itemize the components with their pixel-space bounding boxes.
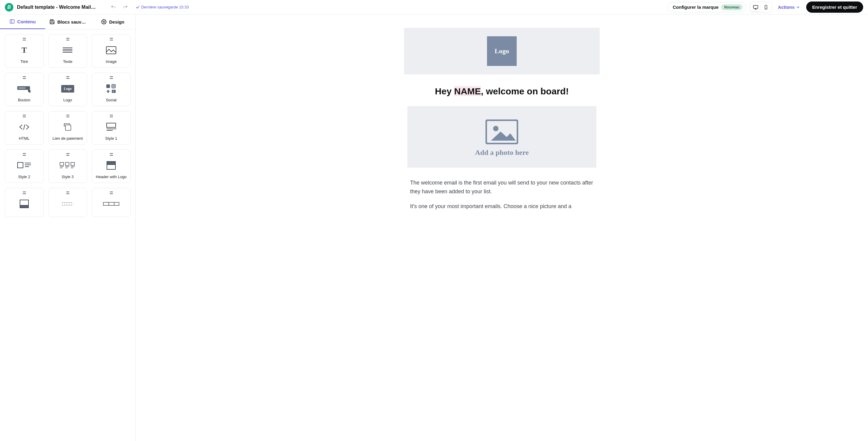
code-icon (19, 124, 29, 130)
logo-icon: Logo (61, 85, 74, 93)
block-social[interactable]: •••••••• Social (92, 73, 130, 106)
tab-design-label: Design (109, 20, 124, 25)
block-logo[interactable]: •••••••• Logo Logo (49, 73, 87, 106)
grip-icon: •••••••• (66, 153, 69, 157)
actions-label: Actions (778, 4, 795, 10)
save-exit-button[interactable]: Enregistrer et quitter (806, 1, 863, 13)
block-label: Social (106, 98, 116, 102)
sidebar-tabs: Contenu Blocs sauv… Design (0, 14, 135, 29)
header-logo-icon (106, 161, 116, 170)
block-style2[interactable]: •••••••• Style 2 (5, 149, 43, 183)
mobile-view-button[interactable] (762, 3, 771, 11)
logo-placeholder: Logo (487, 36, 517, 66)
block-label: Lien de paiement (53, 136, 83, 141)
grip-icon: •••••••• (23, 76, 26, 79)
svg-rect-32 (65, 162, 69, 165)
desktop-icon (753, 4, 758, 10)
blocks-grid: •••••••• T Titre •••••••• Texte ••••••••… (0, 29, 135, 222)
block-titre[interactable]: •••••••• T Titre (5, 34, 43, 68)
save-status: Dernière sauvegarde 15:33 (136, 5, 189, 9)
email-preview: Logo Hey NAME, welcome on board! Add a p… (404, 28, 600, 210)
block-html[interactable]: •••••••• HTML (5, 111, 43, 144)
svg-rect-41 (107, 162, 115, 165)
new-badge: Nouveau (721, 4, 743, 10)
logo-placeholder-area[interactable]: Logo (404, 28, 600, 74)
block-style1[interactable]: •••••••• Style 1 (92, 111, 130, 144)
device-toggle (750, 2, 772, 13)
block-row14[interactable]: •••••••• (5, 188, 43, 217)
svg-rect-8 (51, 22, 54, 24)
tab-saved-blocks[interactable]: Blocs sauv… (45, 14, 90, 29)
document-title: Default template - Welcome Mail… (17, 4, 96, 10)
block-texte[interactable]: •••••••• Texte (49, 34, 87, 68)
svg-rect-46 (103, 202, 119, 205)
divider-icon (61, 201, 73, 206)
actions-dropdown[interactable]: Actions (776, 3, 803, 11)
grip-icon: •••••••• (110, 37, 113, 41)
svg-rect-31 (60, 162, 64, 165)
block-label: HTML (19, 136, 29, 141)
grip-icon: •••••••• (66, 37, 69, 41)
block-label: Style 2 (18, 174, 30, 179)
grip-icon: •••••••• (23, 191, 26, 195)
footer-block-icon (20, 199, 29, 208)
chevron-down-icon (796, 5, 800, 9)
block-paiement[interactable]: •••••••• Lien de paiement (49, 111, 87, 144)
button-icon (17, 84, 32, 93)
body-text[interactable]: The welcome email is the first email you… (404, 168, 600, 210)
tab-content[interactable]: Contenu (0, 14, 45, 29)
block-label: Titre (20, 59, 28, 64)
grip-icon: •••••••• (110, 76, 113, 79)
block-header-logo[interactable]: •••••••• Header with Logo (92, 149, 130, 183)
block-label: Style 1 (105, 136, 117, 141)
block-image[interactable]: •••••••• Image (92, 34, 130, 68)
headline-name-variable: NAME (454, 86, 480, 96)
headline[interactable]: Hey NAME, welcome on board! (404, 74, 600, 106)
svg-point-19 (113, 85, 115, 87)
block-row15[interactable]: •••••••• (49, 188, 87, 217)
svg-rect-5 (10, 20, 14, 23)
block-label: Style 3 (62, 174, 74, 179)
grip-icon: •••••••• (110, 114, 113, 118)
block-row16[interactable]: •••••••• (92, 188, 130, 217)
headline-suffix: , welcome on board! (481, 86, 569, 96)
grip-icon: •••••••• (23, 153, 26, 157)
sidebar: Contenu Blocs sauv… Design •••••••• T Ti… (0, 14, 136, 441)
grip-icon: •••••••• (23, 114, 26, 118)
canvas[interactable]: Logo Hey NAME, welcome on board! Add a p… (136, 14, 868, 441)
configure-brand-button[interactable]: Configurer la marque Nouveau (668, 2, 746, 12)
block-label: Header with Logo (96, 174, 127, 179)
undo-button[interactable] (109, 3, 118, 11)
tab-saved-label: Blocs sauv… (57, 20, 86, 25)
headline-prefix: Hey (435, 86, 454, 96)
brand-logo[interactable]: B (5, 3, 13, 11)
check-icon (136, 5, 140, 9)
svg-marker-51 (491, 132, 516, 141)
photo-caption: Add a photo here (475, 148, 529, 157)
brand-logo-letter: B (7, 4, 11, 10)
tab-design[interactable]: Design (90, 14, 135, 29)
photo-placeholder-area[interactable]: Add a photo here (407, 106, 596, 168)
block-label: Texte (63, 59, 72, 64)
text-icon (62, 46, 73, 54)
image-icon (106, 46, 116, 54)
grip-icon: •••••••• (66, 114, 69, 118)
svg-rect-3 (765, 5, 767, 9)
block-bouton[interactable]: •••••••• Bouton (5, 73, 43, 106)
redo-button[interactable] (121, 3, 130, 11)
svg-rect-33 (71, 162, 74, 165)
block-style3[interactable]: •••••••• Style 3 (49, 149, 87, 183)
style2-icon (17, 162, 31, 169)
svg-rect-43 (20, 205, 28, 208)
block-label: Bouton (18, 98, 30, 102)
paragraph-1: The welcome email is the first email you… (410, 178, 594, 196)
social-icon (106, 84, 117, 94)
title-icon: T (22, 46, 27, 55)
main: Contenu Blocs sauv… Design •••••••• T Ti… (0, 14, 868, 441)
paragraph-2: It's one of your most important emails. … (410, 202, 594, 211)
desktop-view-button[interactable] (751, 3, 760, 11)
gear-icon (101, 19, 106, 25)
svg-point-50 (493, 126, 498, 131)
grip-icon: •••••••• (110, 191, 113, 195)
configure-brand-label: Configurer la marque (673, 4, 719, 10)
